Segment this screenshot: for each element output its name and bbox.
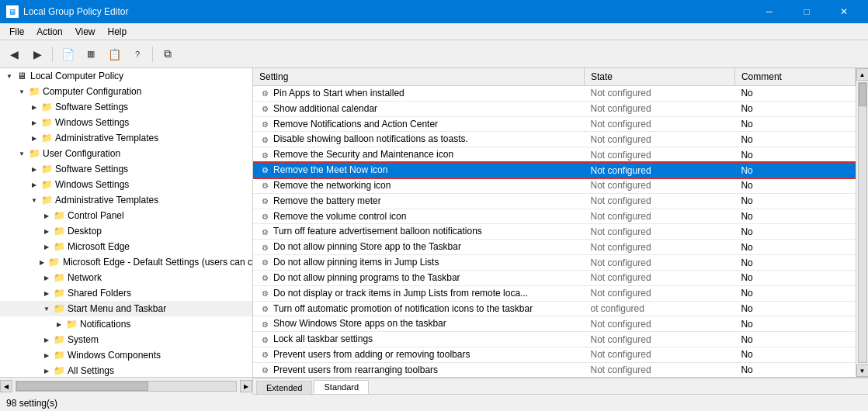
table-row[interactable]: ⚙Pin Apps to Start when installedNot con… bbox=[253, 86, 856, 102]
tree-item-all-settings[interactable]: ▶📁All Settings bbox=[0, 363, 252, 377]
table-row[interactable]: ⚙Remove the networking iconNot configure… bbox=[253, 178, 856, 193]
state-cell: Not configured bbox=[585, 224, 735, 240]
expand-icon-ms-edge[interactable]: ▶ bbox=[40, 240, 53, 253]
table-row[interactable]: ⚙Prevent users from rearranging toolbars… bbox=[253, 362, 856, 377]
tree-item-shared-folders[interactable]: ▶📁Shared Folders bbox=[0, 285, 252, 301]
tree-item-user-admin-templates[interactable]: ▼📁Administrative Templates bbox=[0, 192, 252, 208]
maximize-button[interactable]: □ bbox=[789, 0, 825, 23]
expand-icon-ms-edge-default[interactable]: ▶ bbox=[36, 256, 48, 268]
tree-item-notifications[interactable]: ▶📁Notifications bbox=[0, 316, 252, 332]
table-row[interactable]: ⚙Lock all taskbar settingsNot configured… bbox=[253, 332, 856, 347]
expand-icon-win-settings[interactable]: ▶ bbox=[28, 116, 40, 129]
table-row[interactable]: ⚙Show Windows Store apps on the taskbarN… bbox=[253, 316, 856, 332]
expand-icon-soft-settings[interactable]: ▶ bbox=[28, 101, 40, 113]
scroll-right-button[interactable]: ▶ bbox=[240, 380, 252, 392]
scroll-left-button[interactable]: ◀ bbox=[0, 380, 12, 392]
expand-icon-user-soft-settings[interactable]: ▶ bbox=[28, 163, 40, 175]
tree-item-root[interactable]: ▼🖥Local Computer Policy bbox=[0, 68, 252, 84]
menu-item-action[interactable]: Action bbox=[30, 25, 68, 39]
expand-icon-shared-folders[interactable]: ▶ bbox=[40, 287, 53, 299]
expand-icon-start-menu[interactable]: ▼ bbox=[40, 302, 53, 315]
table-row[interactable]: ⚙Remove Notifications and Action CenterN… bbox=[253, 116, 856, 132]
tree-item-user-win-settings[interactable]: ▶📁Windows Settings bbox=[0, 177, 252, 192]
expand-icon-user-admin-templates[interactable]: ▼ bbox=[28, 194, 40, 206]
expand-icon-notifications[interactable]: ▶ bbox=[53, 318, 65, 330]
tab-standard[interactable]: Standard bbox=[314, 380, 369, 394]
tree-item-system[interactable]: ▶📁System bbox=[0, 332, 252, 347]
tree-item-win-settings[interactable]: ▶📁Windows Settings bbox=[0, 115, 252, 130]
view-button[interactable]: ▦ bbox=[80, 43, 102, 65]
tree-item-desktop[interactable]: ▶📁Desktop bbox=[0, 223, 252, 239]
tree-item-user-soft-settings[interactable]: ▶📁Software Settings bbox=[0, 161, 252, 177]
tree-item-comp-config[interactable]: ▼📁Computer Configuration bbox=[0, 84, 252, 99]
filter-button[interactable]: ⧉ bbox=[157, 43, 179, 65]
table-row[interactable]: ⚙Remove the Security and Maintenance ico… bbox=[253, 147, 856, 163]
expand-icon-user-win-settings[interactable]: ▶ bbox=[28, 178, 40, 191]
comment-cell: No bbox=[734, 332, 855, 347]
scroll-thumb[interactable] bbox=[859, 83, 866, 106]
scroll-up-button[interactable]: ▲ bbox=[856, 68, 869, 81]
properties-button[interactable]: 📋 bbox=[103, 43, 125, 65]
expand-icon-network[interactable]: ▶ bbox=[40, 271, 53, 284]
folder-icon: 📁 bbox=[48, 256, 61, 268]
table-row[interactable]: ⚙Prevent users from adding or removing t… bbox=[253, 347, 856, 363]
tree-item-user-config[interactable]: ▼📁User Configuration bbox=[0, 146, 252, 161]
tree-item-ms-edge[interactable]: ▶📁Microsoft Edge bbox=[0, 239, 252, 254]
table-row[interactable]: ⚙Turn off automatic promotion of notific… bbox=[253, 301, 856, 316]
setting-name: Turn off feature advertisement balloon n… bbox=[273, 226, 482, 237]
menu-item-view[interactable]: View bbox=[69, 25, 102, 39]
tree-item-ms-edge-default[interactable]: ▶📁Microsoft Edge - Default Settings (use… bbox=[0, 254, 252, 270]
help-button[interactable]: ? bbox=[127, 43, 148, 65]
header-setting: Setting bbox=[253, 68, 585, 86]
table-row[interactable]: ⚙Do not allow pinning Store app to the T… bbox=[253, 240, 856, 255]
tree-item-soft-settings[interactable]: ▶📁Software Settings bbox=[0, 99, 252, 115]
tree-panel[interactable]: ▼🖥Local Computer Policy▼📁Computer Config… bbox=[0, 68, 253, 377]
table-row[interactable]: ⚙Disable showing balloon notifications a… bbox=[253, 132, 856, 147]
tree-item-network[interactable]: ▶📁Network bbox=[0, 270, 252, 285]
comment-cell: No bbox=[734, 362, 855, 377]
tree-item-win-components[interactable]: ▶📁Windows Components bbox=[0, 347, 252, 363]
expand-icon-desktop[interactable]: ▶ bbox=[40, 225, 53, 237]
table-row[interactable]: ⚙Turn off feature advertisement balloon … bbox=[253, 224, 856, 240]
tree-item-admin-templates[interactable]: ▶📁Administrative Templates bbox=[0, 130, 252, 146]
back-button[interactable]: ◀ bbox=[3, 43, 25, 65]
folder-icon: 📁 bbox=[53, 271, 65, 284]
left-scrollbar[interactable]: ◀ ▶ bbox=[0, 378, 253, 395]
table-row[interactable]: ⚙Do not display or track items in Jump L… bbox=[253, 285, 856, 301]
show-hide-button[interactable]: 📄 bbox=[57, 43, 78, 65]
tree-label-soft-settings: Software Settings bbox=[55, 102, 128, 112]
expand-icon-user-config[interactable]: ▼ bbox=[16, 147, 28, 160]
table-row[interactable]: ⚙Remove the volume control iconNot confi… bbox=[253, 209, 856, 224]
folder-icon: 📁 bbox=[40, 194, 53, 206]
tree-item-control-panel[interactable]: ▶📁Control Panel bbox=[0, 208, 252, 223]
menu-item-file[interactable]: File bbox=[3, 25, 30, 39]
expand-icon-control-panel[interactable]: ▶ bbox=[40, 209, 53, 222]
table-row[interactable]: ⚙Do not allow pinning programs to the Ta… bbox=[253, 270, 856, 285]
close-button[interactable]: ✕ bbox=[826, 0, 862, 23]
right-scrollbar[interactable]: ▲ ▼ bbox=[856, 68, 868, 377]
expand-icon-comp-config[interactable]: ▼ bbox=[16, 85, 28, 98]
settings-table[interactable]: Setting State Comment ⚙Pin Apps to Start… bbox=[253, 68, 856, 377]
minimize-button[interactable]: ─ bbox=[752, 0, 787, 23]
table-row[interactable]: ⚙Show additional calendarNot configuredN… bbox=[253, 101, 856, 116]
menu-item-help[interactable]: Help bbox=[102, 25, 134, 39]
setting-cell: ⚙Remove the networking icon bbox=[253, 178, 585, 193]
expand-icon-root[interactable]: ▼ bbox=[3, 70, 16, 82]
expand-icon-win-components[interactable]: ▶ bbox=[40, 349, 53, 361]
comment-cell: No bbox=[734, 209, 855, 224]
folder-icon: 📁 bbox=[28, 85, 40, 98]
folder-icon: 📁 bbox=[28, 147, 40, 160]
left-scroll-thumb[interactable] bbox=[16, 382, 148, 391]
expand-icon-all-settings[interactable]: ▶ bbox=[40, 364, 53, 377]
expand-icon-system[interactable]: ▶ bbox=[40, 333, 53, 346]
scroll-down-button[interactable]: ▼ bbox=[856, 364, 869, 377]
table-row[interactable]: ⚙Do not allow pinning items in Jump List… bbox=[253, 255, 856, 271]
tab-extended[interactable]: Extended bbox=[256, 381, 312, 394]
table-row[interactable]: ⚙Remove the battery meterNot configuredN… bbox=[253, 193, 856, 209]
forward-button[interactable]: ▶ bbox=[26, 43, 48, 65]
comment-cell: No bbox=[734, 193, 855, 209]
tree-item-start-menu[interactable]: ▼📁Start Menu and Taskbar bbox=[0, 301, 252, 316]
expand-icon-admin-templates[interactable]: ▶ bbox=[28, 132, 40, 144]
header-state: State bbox=[585, 68, 735, 86]
table-row[interactable]: ⚙Remove the Meet Now iconNot configuredN… bbox=[253, 163, 856, 178]
